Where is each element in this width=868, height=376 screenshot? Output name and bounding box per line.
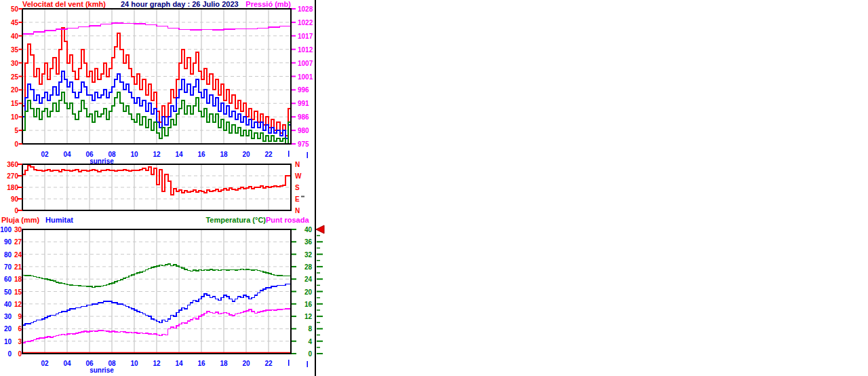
axis-tick-label: 1012 <box>298 46 313 54</box>
axis-tick-label: 270 <box>7 172 18 180</box>
axis-tick-label: E <box>295 195 300 203</box>
axis-tick-label: 9 <box>18 313 22 320</box>
axis-tick-label: 70 <box>4 263 12 271</box>
axis-tick-label: 18 <box>220 151 228 158</box>
axis-tick-label: 04 <box>63 151 71 158</box>
axis-tick-label: 02 <box>41 151 49 158</box>
axis-tick-label: 21 <box>14 263 22 271</box>
axis-tick-label: 24 <box>304 276 313 283</box>
axis-tick-label: 20 <box>304 288 313 296</box>
charts-canvas: 5045403530252015105010281022101710121007… <box>0 0 868 376</box>
axis-tick-label: 40 <box>304 226 313 233</box>
axis-tick-label: 12 <box>153 360 161 367</box>
axis-tick-label: 3 <box>18 338 22 345</box>
axis-tick-label: 22 <box>264 360 273 367</box>
page-title: 24 hour graph day : 26 Julio 2023 <box>121 0 239 9</box>
axis-tick-label: 90 <box>4 238 12 246</box>
axis-tick-label: 18 <box>220 360 228 367</box>
axis-tick-label: 50 <box>11 5 19 13</box>
rain-axis-title: Pluja (mm) <box>1 216 39 225</box>
axis-tick-label: 20 <box>242 151 250 158</box>
axis-tick-label: 40 <box>4 301 12 308</box>
axis-tick-label: 50 <box>4 288 12 296</box>
axis-tick-label: 100 <box>0 226 12 233</box>
axis-tick-label: 0 <box>308 350 312 358</box>
axis-tick-label: 16 <box>304 301 313 308</box>
axis-tick-label: 6 <box>18 325 22 333</box>
axis-end-marker <box>288 151 290 157</box>
axis-tick-label: 0 <box>14 140 18 148</box>
axis-tick-label: 991 <box>298 100 309 107</box>
axis-tick-label: 10 <box>130 151 138 158</box>
current-value-arrow-icon <box>316 225 324 233</box>
axis-tick-label: 12 <box>14 301 22 308</box>
axis-tick-label: 30 <box>4 313 12 320</box>
axis-tick-label: 1007 <box>298 60 313 67</box>
axis-end-marker <box>307 361 309 367</box>
axis-tick-label: 16 <box>197 360 205 367</box>
axis-tick-label: 25 <box>11 73 19 81</box>
axis-tick-label: 24 <box>14 251 22 259</box>
axis-tick-label: 32 <box>304 251 313 259</box>
axis-tick-label: 10 <box>130 360 138 367</box>
axis-tick-label: 40 <box>11 33 19 40</box>
axis-tick-label: N <box>295 207 300 214</box>
axis-tick-label: 986 <box>298 113 309 121</box>
axis-tick-label: 975 <box>298 140 309 148</box>
axis-tick-label: 28 <box>304 263 313 271</box>
dewpoint-axis-title: Punt rosada <box>266 216 309 225</box>
axis-tick-label: 04 <box>63 360 71 367</box>
axis-tick-label: 15 <box>14 288 22 296</box>
axis-tick-label: 0 <box>18 350 22 358</box>
axis-tick-label: S <box>295 184 300 191</box>
pressure-axis-title: Pressió (mb) <box>245 0 291 9</box>
axis-tick-label: 02 <box>41 360 49 367</box>
axis-tick-label: 1017 <box>298 33 313 40</box>
axis-tick-label: 60 <box>4 276 12 283</box>
axis-tick-label: 36 <box>304 238 313 246</box>
axis-tick-label: 1001 <box>298 73 313 81</box>
axis-tick-label: 22 <box>264 151 273 158</box>
axis-tick-label: 20 <box>242 360 250 367</box>
axis-tick-label: 15 <box>11 100 19 107</box>
weather-graph-page: 5045403530252015105010281022101710121007… <box>0 0 868 376</box>
axis-end-marker <box>307 152 309 158</box>
axis-tick-label: 45 <box>11 19 19 26</box>
axis-tick-label: 10 <box>11 113 19 121</box>
axis-tick-label: 8 <box>308 325 312 333</box>
humidity-axis-title: Humitat <box>45 216 73 225</box>
axis-end-marker <box>288 360 290 366</box>
axis-tick-label: 0 <box>7 350 12 358</box>
axis-tick-label: 27 <box>14 238 22 246</box>
axis-tick-label: 18 <box>14 276 22 283</box>
axis-tick-label: 12 <box>153 151 161 158</box>
axis-tick-label: 20 <box>11 86 19 94</box>
axis-tick-label: 5 <box>14 127 18 134</box>
axis-tick-label: W <box>295 172 302 180</box>
axis-tick-label: 80 <box>4 251 12 259</box>
wind-axis-title: Velocitat del vent (kmh) <box>22 0 106 9</box>
axis-tick-label: 1022 <box>298 19 313 26</box>
axis-tick-label: 996 <box>298 86 309 94</box>
axis-tick-label: 30 <box>14 226 22 233</box>
axis-tick-label: N <box>295 161 300 168</box>
axis-tick-label: 10 <box>4 338 12 345</box>
axis-tick-label: 360 <box>7 161 18 168</box>
axis-tick-label: 980 <box>298 127 309 134</box>
axis-tick-label: 16 <box>197 151 205 158</box>
axis-tick-label: 20 <box>4 325 12 333</box>
axis-tick-label: 14 <box>175 151 183 158</box>
temperature-axis-title: Temperatura (°C) <box>205 216 266 225</box>
axis-tick-label: 30 <box>11 60 19 67</box>
axis-tick-label: 4 <box>308 338 312 345</box>
axis-tick-label: 1028 <box>298 5 313 13</box>
compass-minor-mark <box>301 196 304 198</box>
axis-tick-label: 180 <box>7 184 18 191</box>
axis-tick-label: sunrise <box>90 366 114 374</box>
axis-tick-label: 12 <box>304 313 313 320</box>
axis-tick-label: 35 <box>11 46 19 54</box>
axis-tick-label: 14 <box>175 360 183 367</box>
